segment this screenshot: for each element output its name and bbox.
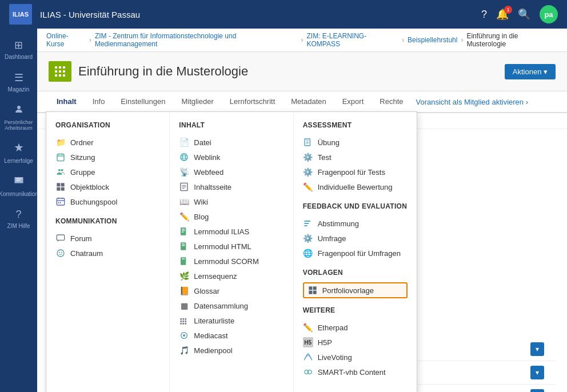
sidebar-label-magazin: Magazin [8,86,30,93]
svg-point-21 [181,154,187,161]
magazin-icon: ☰ [14,71,23,84]
sidebar-item-lernerfolge[interactable]: Lernerfolge [0,137,37,170]
svg-rect-45 [185,321,187,322]
dropdown-glossar[interactable]: 📙 Glossar [179,283,284,298]
portfolio-icon [308,285,318,295]
svg-rect-41 [183,323,185,325]
dropdown-umfrage[interactable]: ⚙️ Umfrage [303,231,408,246]
user-avatar[interactable]: pa [540,5,558,23]
sitzung-icon [55,152,66,162]
svg-point-0 [17,106,21,109]
tab-info[interactable]: Info [85,91,113,113]
dropdown-fragenpool-test[interactable]: ⚙️ Fragenpool für Tests [303,165,408,179]
dropdown-datei[interactable]: 📄 Datei [179,135,284,150]
dropdown-portfoliovorlage[interactable]: Portfoliovorlage [303,282,408,298]
dropdown-blog[interactable]: ✏️ Blog [179,209,284,224]
dropdown-smart-vhb[interactable]: SMART-vhb Content [303,365,408,379]
sidebar-item-dashboard[interactable]: ⊞ Dashboard [0,33,37,66]
breadcrumb-link-2[interactable]: ZIM: E-LEARNING-KOMPASS [306,32,398,48]
dropdown-lm-html[interactable]: Lernmodul HTML [179,239,284,254]
dropdown-chatraum[interactable]: Chatraum [55,246,160,261]
svg-rect-38 [181,323,182,325]
top-nav-icons: ? 🔔 1 🔍 pa [481,5,558,23]
breadcrumb-link-1[interactable]: ZIM - Zentrum für Informationstechnologi… [95,32,298,48]
dropdown-forum[interactable]: Forum [55,231,160,246]
fragenpool-test-icon: ⚙️ [303,167,313,177]
uebung-icon [303,137,313,147]
dropdown-lm-scorm[interactable]: Lernmodul SCORM [179,254,284,269]
tab-einstellungen[interactable]: Einstellungen [113,91,173,113]
dropdown-objektblock[interactable]: Objektblock [55,179,160,194]
dropdown-h5p[interactable]: H5 H5P [303,335,408,350]
tab-metadaten[interactable]: Metadaten [283,91,334,113]
dropdown-medienpool[interactable]: 🎵 Medienpool [179,343,284,358]
app-title: ILIAS - Universität Passau [40,10,481,19]
folder-icon: 📁 [55,137,66,147]
forum-icon [55,233,66,243]
tab-more[interactable]: Voransicht als Mitglied aktivieren › [411,92,533,112]
breadcrumb-link-3[interactable]: Beispiellehrstuhl [408,36,457,44]
dropdown-individuelle-bewertung[interactable]: ✏️ Individuelle Bewertung [303,179,408,194]
sidebar-item-kommunikation[interactable]: Kommunikation [0,170,37,203]
tab-mitglieder[interactable]: Mitglieder [173,91,221,113]
inhalt-title: Inhalt [179,121,284,129]
sidebar-item-arbeitsraum[interactable]: Persönlicher Arbeitsraum [0,98,37,137]
dropdown-lernsequenz[interactable]: 🌿 Lernsequenz [179,269,284,283]
row-action-button[interactable]: ▾ [530,366,544,379]
svg-point-6 [61,169,63,171]
dropdown-test[interactable]: ⚙️ Test [303,150,408,165]
breadcrumb-current: Einführung in die Musterologie [466,32,558,48]
dropdown-weblink[interactable]: Weblink [179,150,284,165]
dropdown-fragenpool-umfragen[interactable]: 🌐 Fragenpool für Umfragen [303,246,408,261]
svg-rect-58 [313,291,316,294]
dropdown-abstimmung[interactable]: Abstimmung [303,216,408,231]
sidebar-item-magazin[interactable]: ☰ Magazin [0,66,37,98]
datensammlung-icon: ▦ [179,301,189,311]
weitere-section: Weitere ✏️ Etherpad H5 H5P [303,306,408,379]
organisation-section: Organisation 📁 Ordner Sitzung [55,121,160,209]
tab-lernfortschritt[interactable]: Lernfortschritt [222,91,283,113]
svg-rect-32 [182,232,183,233]
wiki-icon: 📖 [179,197,189,207]
glossar-icon: 📙 [179,286,189,296]
dropdown-gruppe[interactable]: Gruppe [55,165,160,179]
search-icon[interactable]: 🔍 [518,8,530,21]
tab-inhalt[interactable]: Inhalt [49,91,85,113]
dropdown-inhaltsseite[interactable]: Inhaltsseite [179,179,284,194]
breadcrumb-sep-2: › [402,36,404,44]
help-icon[interactable]: ? [481,9,487,21]
lm-ilias-icon [179,226,189,237]
dropdown-datensammlung[interactable]: ▦ Datensammlung [179,298,284,313]
svg-rect-40 [181,318,182,320]
svg-rect-15 [58,202,59,203]
svg-rect-1 [57,154,64,161]
row-action-button[interactable]: ▾ [530,389,544,392]
dropdown-sitzung[interactable]: Sitzung [55,150,160,165]
dropdown-etherpad[interactable]: ✏️ Etherpad [303,320,408,335]
feedback-section: Feedback und Evaluation Abstimmung ⚙️ Um… [303,202,408,261]
dropdown-mediacast[interactable]: Mediacast [179,328,284,343]
livevoting-icon [303,352,313,362]
blog-icon: ✏️ [179,211,189,222]
svg-rect-31 [182,230,185,231]
sidebar-item-zimhilfe[interactable]: ? ZIM Hilfe [0,203,37,235]
page-title: Einführung in die Musterologie [78,64,248,79]
dropdown-buchungspool[interactable]: Buchungspool [55,194,160,209]
breadcrumb-link-0[interactable]: Online-Kurse [46,32,86,48]
svg-rect-56 [313,286,316,290]
aktionen-button[interactable]: Aktionen ▾ [505,64,556,79]
dropdown-wiki[interactable]: 📖 Wiki [179,194,284,209]
notification-icon[interactable]: 🔔 1 [496,8,509,21]
top-nav: ILIAS ILIAS - Universität Passau ? 🔔 1 🔍… [0,0,567,29]
svg-rect-39 [181,321,182,322]
dropdown-livevoting[interactable]: LiveVoting [303,350,408,365]
dropdown-literaturliste[interactable]: Literaturliste [179,313,284,328]
tab-rechte[interactable]: Rechte [372,91,411,113]
dropdown-uebung[interactable]: Übung [303,135,408,150]
dropdown-lm-ilias[interactable]: Lernmodul ILIAS [179,224,284,239]
arbeitsraum-icon [14,104,24,117]
row-action-button[interactable]: ▾ [530,342,544,356]
dropdown-webfeed[interactable]: 📡 Webfeed [179,165,284,179]
tab-export[interactable]: Export [334,91,372,113]
dropdown-ordner[interactable]: 📁 Ordner [55,135,160,150]
